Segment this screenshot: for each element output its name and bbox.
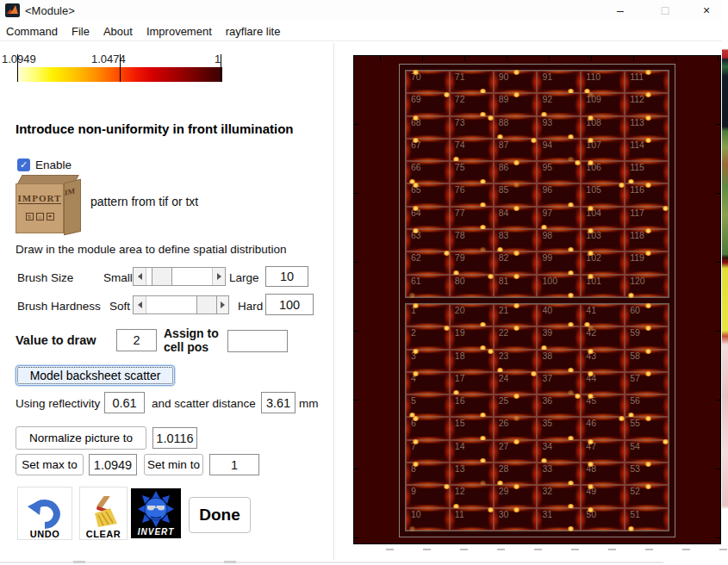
module-cell[interactable]: 112 — [625, 93, 669, 115]
module-cell[interactable]: 5 — [406, 394, 450, 417]
module-cell[interactable]: 101 — [581, 275, 625, 297]
module-cell[interactable]: 38 — [537, 350, 581, 372]
set-max-input[interactable] — [89, 454, 137, 475]
menu-item-rayflare-lite[interactable]: rayflare lite — [226, 25, 281, 38]
import-pattern-button[interactable]: IMPORT ⇅ ⌂ ☂ IM — [16, 175, 86, 237]
module-cell[interactable]: 96 — [537, 183, 581, 206]
module-cell[interactable]: 26 — [494, 417, 538, 439]
value-to-draw-input[interactable] — [116, 329, 157, 351]
module-cell[interactable]: 52 — [625, 485, 669, 507]
module-cell[interactable]: 29 — [494, 485, 538, 507]
module-cell[interactable]: 70 — [406, 71, 450, 93]
module-cell[interactable]: 42 — [581, 326, 625, 349]
module-cell[interactable]: 1 — [406, 304, 450, 326]
module-cell[interactable]: 93 — [537, 116, 581, 139]
module-cell[interactable]: 16 — [450, 394, 494, 417]
normalize-button[interactable]: Normalize picture to — [16, 426, 146, 450]
clear-button[interactable]: CLEAR — [79, 487, 128, 540]
module-cell[interactable]: 33 — [537, 463, 581, 485]
menu-item-command[interactable]: Command — [6, 25, 58, 38]
slider-right-arrow-icon[interactable] — [215, 296, 228, 314]
module-cell[interactable]: 61 — [406, 275, 450, 297]
module-cell[interactable]: 8 — [406, 463, 450, 485]
module-cell[interactable]: 27 — [494, 440, 538, 463]
scatter-distance-input[interactable] — [261, 392, 296, 413]
module-cell[interactable]: 72 — [450, 93, 494, 115]
module-cell[interactable]: 9 — [406, 485, 450, 507]
module-cell[interactable]: 94 — [537, 139, 581, 161]
module-cell[interactable]: 100 — [537, 275, 581, 297]
module-cell[interactable]: 77 — [450, 207, 494, 229]
module-cell[interactable]: 49 — [581, 485, 625, 507]
minimize-button[interactable]: – — [603, 0, 638, 21]
module-cell[interactable]: 103 — [581, 229, 625, 251]
menu-item-about[interactable]: About — [103, 25, 133, 38]
module-cell[interactable]: 102 — [581, 251, 625, 274]
module-cell[interactable]: 11 — [450, 508, 494, 531]
module-cell[interactable]: 79 — [450, 251, 494, 274]
module-cell[interactable]: 55 — [625, 417, 669, 439]
module-cell[interactable]: 6 — [406, 417, 450, 439]
module-cell[interactable]: 118 — [625, 229, 669, 251]
brush-size-slider-thumb[interactable] — [152, 268, 172, 285]
module-cell[interactable]: 57 — [625, 372, 669, 394]
menu-item-improvement[interactable]: Improvement — [146, 25, 212, 38]
module-cell[interactable]: 45 — [581, 394, 625, 417]
module-cell[interactable]: 43 — [581, 350, 625, 372]
module-cell[interactable]: 7 — [406, 440, 450, 463]
done-button[interactable]: Done — [189, 497, 251, 533]
module-cell[interactable]: 74 — [450, 139, 494, 161]
module-cell[interactable]: 41 — [581, 304, 625, 326]
slider-right-arrow-icon[interactable] — [212, 268, 225, 285]
module-cell[interactable]: 81 — [494, 275, 538, 297]
module-cell[interactable]: 105 — [581, 183, 625, 206]
module-cell[interactable]: 21 — [494, 304, 538, 326]
module-cell[interactable]: 115 — [625, 161, 669, 183]
module-cell[interactable]: 34 — [537, 440, 581, 463]
module-cell[interactable]: 58 — [625, 350, 669, 372]
module-cell[interactable]: 109 — [581, 93, 625, 115]
module-cell[interactable]: 76 — [450, 183, 494, 206]
module-cell[interactable]: 87 — [494, 139, 538, 161]
module-cell[interactable]: 25 — [494, 394, 538, 417]
module-cell[interactable]: 20 — [450, 304, 494, 326]
module-cell[interactable]: 98 — [537, 229, 581, 251]
module-cell[interactable]: 114 — [625, 139, 669, 161]
module-cell[interactable]: 24 — [494, 372, 538, 394]
module-cell[interactable]: 106 — [581, 161, 625, 183]
module-cell[interactable]: 75 — [450, 161, 494, 183]
module-cell[interactable]: 78 — [450, 229, 494, 251]
module-cell[interactable]: 69 — [406, 93, 450, 115]
module-cell[interactable]: 44 — [581, 372, 625, 394]
module-cell[interactable]: 108 — [581, 116, 625, 139]
menu-item-file[interactable]: File — [72, 25, 90, 38]
module-cell[interactable]: 91 — [537, 71, 581, 93]
module-cell[interactable]: 116 — [625, 183, 669, 206]
module-cell[interactable]: 2 — [406, 326, 450, 349]
module-cell[interactable]: 90 — [494, 71, 538, 93]
maximize-button[interactable]: □ — [648, 0, 682, 21]
module-cell[interactable]: 89 — [494, 93, 538, 115]
module-cell[interactable]: 83 — [494, 229, 538, 251]
module-plot-area[interactable]: 7071909111011169728992109112687388931081… — [353, 55, 721, 544]
reflectivity-input[interactable] — [104, 392, 145, 413]
normalize-input[interactable] — [152, 427, 197, 449]
module-cell[interactable]: 60 — [625, 304, 669, 326]
module-cell[interactable]: 63 — [406, 229, 450, 251]
module-cell[interactable]: 82 — [494, 251, 538, 274]
module-cell[interactable]: 18 — [450, 350, 494, 372]
brush-hardness-slider[interactable] — [133, 295, 229, 314]
module-cell[interactable]: 104 — [581, 207, 625, 229]
module-cell[interactable]: 40 — [537, 304, 581, 326]
module-cell[interactable]: 97 — [537, 207, 581, 229]
module-cell[interactable]: 92 — [537, 93, 581, 115]
module-cell[interactable]: 39 — [537, 326, 581, 349]
module-cell[interactable]: 17 — [450, 372, 494, 394]
module-cell[interactable]: 15 — [450, 417, 494, 439]
module-cell[interactable]: 66 — [406, 161, 450, 183]
module-cell[interactable]: 35 — [537, 417, 581, 439]
brush-hardness-slider-track[interactable] — [146, 296, 215, 314]
module-cell[interactable]: 4 — [406, 372, 450, 394]
module-cell[interactable]: 19 — [450, 326, 494, 349]
set-min-input[interactable] — [209, 454, 259, 475]
